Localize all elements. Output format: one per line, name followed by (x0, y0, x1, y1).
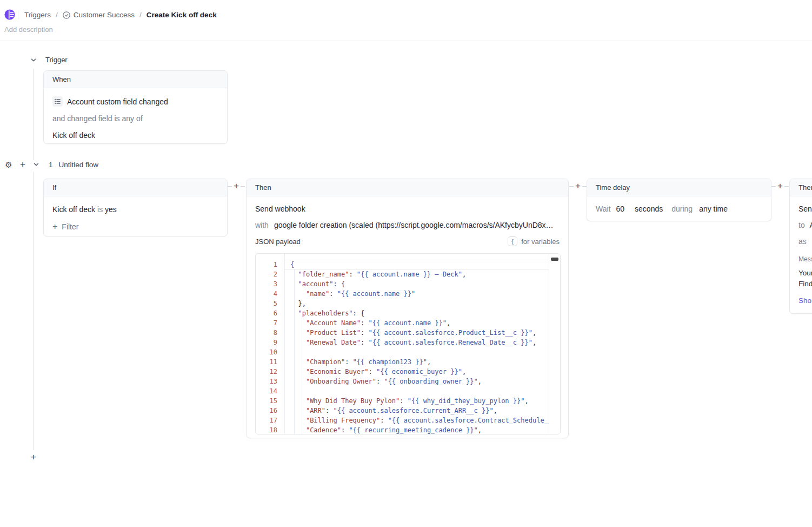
code-line[interactable]: 6 "placeholders": { (256, 308, 549, 318)
chevron-down-icon[interactable] (30, 57, 37, 63)
then-card-header: Then (790, 179, 812, 196)
duration-unit[interactable]: seconds (635, 205, 663, 213)
add-step-button[interactable]: + (574, 182, 582, 190)
variables-hint-label: for variables (521, 238, 560, 246)
code-lines: 1{2 "folder_name": "{{ account.name }} –… (256, 254, 549, 434)
line-number: 14 (256, 386, 284, 396)
pylon-logo-icon[interactable] (4, 9, 15, 20)
time-delay-card: Time delay Wait 60 seconds during any ti… (587, 179, 771, 221)
line-number: 7 (256, 318, 284, 328)
time-delay-settings: Wait 60 seconds during any time (596, 205, 762, 213)
during-label: during (671, 205, 693, 213)
add-step-button[interactable]: + (776, 182, 784, 190)
breadcrumb: Triggers / Customer Success / Create Kic… (24, 10, 217, 19)
action-name[interactable]: Send webhook (255, 205, 560, 213)
code-line[interactable]: 18 "Cadence": "{{ recurring_meeting_cade… (256, 425, 549, 434)
when-card: When Account custom field changed and ch… (43, 70, 228, 144)
code-line[interactable]: 13 "Onboarding Owner": "{{ onboarding_ow… (256, 377, 549, 386)
code-line[interactable]: 9 "Renewal Date": "{{ account.salesforce… (256, 338, 549, 347)
flow-connector-line (33, 172, 34, 450)
webhook-target[interactable]: google folder creation (scaled (https://… (274, 221, 554, 229)
connector-line (569, 186, 574, 187)
breadcrumb-triggers[interactable]: Triggers (24, 11, 51, 19)
code-line[interactable]: 8 "Product List": "{{ account.salesforce… (256, 328, 549, 338)
list-icon (52, 96, 63, 107)
code-line[interactable]: 3 "account": { (256, 279, 549, 289)
code-line[interactable]: 2 "folder_name": "{{ account.name }} – D… (256, 269, 549, 279)
description-placeholder[interactable]: Add description (4, 25, 53, 34)
gear-icon[interactable]: ⚙ (4, 160, 13, 169)
check-circle-icon (63, 11, 70, 19)
code-line[interactable]: 14 (256, 386, 549, 396)
line-number: 16 (256, 406, 284, 416)
line-number: 15 (256, 396, 284, 406)
then-webhook-card: Then Send webhook with google folder cre… (246, 179, 569, 438)
connector-line (228, 186, 232, 187)
when-card-header: When (44, 71, 227, 88)
plus-icon: + (52, 223, 57, 230)
connector-line (582, 186, 587, 187)
action-name-fragment[interactable]: Sen (798, 205, 812, 213)
code-line[interactable]: 10 (256, 347, 549, 357)
if-card: If Kick off deck is yes + Filter (43, 179, 228, 236)
to-row[interactable]: to A (798, 221, 812, 229)
line-number: 18 (256, 425, 284, 434)
trigger-event-name: Account custom field changed (67, 97, 168, 106)
add-flow-step-button[interactable]: + (29, 453, 38, 462)
wait-label: Wait (596, 205, 610, 213)
add-flow-icon[interactable]: + (18, 160, 27, 169)
to-value-fragment: A (810, 221, 812, 229)
variables-hint[interactable]: { for variables (508, 236, 560, 246)
connector-line (241, 186, 245, 187)
code-line[interactable]: 16 "ARR": "{{ account.salesforce.Current… (256, 406, 549, 416)
line-number: 1 (256, 260, 284, 269)
code-line[interactable]: 4 "name": "{{ account.name }}" (256, 289, 549, 299)
workflow-builder-screen: Triggers / Customer Success / Create Kic… (0, 0, 812, 527)
then-card-header: Then (247, 179, 568, 196)
add-step-button[interactable]: + (232, 182, 241, 190)
json-payload-editor[interactable]: 1{2 "folder_name": "{{ account.name }} –… (255, 253, 561, 434)
code-line[interactable]: 7 "Account Name": "{{ account.name }}", (256, 318, 549, 328)
condition-operator: is (97, 205, 103, 214)
page-title: Create Kick off deck (147, 11, 217, 19)
trigger-field-value[interactable]: Kick off deck (52, 131, 218, 140)
line-number: 5 (256, 299, 284, 308)
flow-title[interactable]: Untitled flow (59, 161, 99, 169)
line-number: 12 (256, 367, 284, 377)
time-delay-header: Time delay (587, 179, 771, 196)
duration-value[interactable]: 60 (616, 205, 624, 213)
trigger-subcondition: and changed field is any of (52, 114, 218, 123)
breadcrumb-customer-success[interactable]: Customer Success (63, 11, 135, 19)
as-label: as (798, 237, 807, 246)
trigger-section-label: Trigger (45, 56, 68, 64)
trigger-section-header: Trigger (30, 56, 68, 64)
code-line[interactable]: 17 "Billing Frequency": "{{ account.sale… (256, 416, 549, 425)
line-number: 6 (256, 308, 284, 318)
flow-index: 1 (49, 161, 53, 169)
code-line[interactable]: 5 }, (256, 299, 549, 308)
add-filter-button[interactable]: + Filter (52, 222, 78, 231)
trigger-event-row[interactable]: Account custom field changed (52, 96, 218, 107)
if-condition[interactable]: Kick off deck is yes (52, 205, 218, 214)
chevron-down-icon[interactable] (32, 160, 41, 169)
breadcrumb-current-page: Create Kick off deck (147, 11, 217, 19)
line-number: 2 (256, 269, 284, 279)
payload-label: JSON payload (255, 238, 301, 246)
code-line[interactable]: 11 "Champion": "{{ champion123 }}", (256, 357, 549, 367)
then-message-card: Then Sen to A as Mess Your Find Sho (789, 179, 812, 314)
flow-header: ⚙ + 1 Untitled flow (4, 160, 98, 169)
line-number: 3 (256, 279, 284, 289)
line-number: 9 (256, 338, 284, 347)
to-label: to (798, 221, 805, 229)
scrollbar-thumb[interactable] (551, 258, 558, 261)
line-number: 11 (256, 357, 284, 367)
code-line[interactable]: 1{ (256, 260, 549, 269)
code-line[interactable]: 15 "Why Did They Buy Pylon": "{{ why_did… (256, 396, 549, 406)
time-window-value[interactable]: any time (699, 205, 728, 213)
message-body[interactable]: Your Find (798, 268, 812, 289)
code-line[interactable]: 12 "Economic Buyer": "{{ economic_buyer … (256, 367, 549, 377)
line-number: 17 (256, 416, 284, 425)
as-row[interactable]: as (798, 237, 812, 247)
show-more-link-fragment[interactable]: Sho (798, 297, 812, 305)
editor-scrollbar[interactable] (549, 254, 560, 434)
